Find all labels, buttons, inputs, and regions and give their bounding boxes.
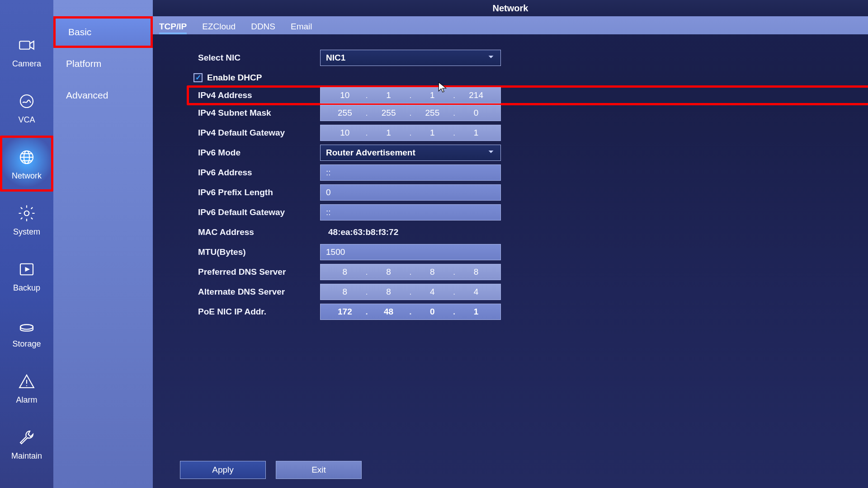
row-ipv6-address: IPv6 Address :: — [198, 163, 841, 183]
sub-nav: Basic Platform Advanced — [53, 0, 153, 488]
checkbox-enable-dhcp[interactable] — [193, 73, 203, 82]
ip-octet: 8 — [379, 287, 399, 297]
ip-octet: 1 — [466, 128, 486, 138]
input-alt-dns[interactable]: 8. 8. 4. 4 — [320, 284, 501, 300]
button-bar: Apply Exit — [180, 461, 362, 479]
label-mac: MAC Address — [198, 227, 320, 237]
tabs: TCP/IP EZCloud DDNS Email — [153, 16, 868, 34]
input-poe-ip[interactable]: 172. 48. 0. 1 — [320, 304, 501, 320]
label-mtu: MTU(Bytes) — [198, 247, 320, 257]
input-ipv4-gw[interactable]: 10. 1. 1. 1 — [320, 125, 501, 141]
label-ipv6-address: IPv6 Address — [198, 168, 320, 178]
input-ipv6-gw[interactable]: :: — [320, 204, 501, 221]
ip-octet: 1 — [422, 128, 442, 138]
ip-octet: 8 — [335, 287, 355, 297]
main-panel: Network TCP/IP EZCloud DDNS Email Select… — [153, 0, 868, 488]
ip-octet: 1 — [466, 307, 486, 317]
button-label: Exit — [311, 465, 326, 475]
sidebar-item-label: Camera — [12, 59, 41, 69]
subnav-label: Platform — [66, 58, 101, 69]
row-ipv4-subnet: IPv4 Subnet Mask 255. 255. 255. 0 — [198, 103, 841, 123]
sidebar-item-storage[interactable]: Storage — [0, 304, 53, 360]
tab-label: TCP/IP — [159, 22, 187, 31]
page-title: Network — [153, 0, 868, 16]
label-ipv4-address: IPv4 Address — [198, 90, 320, 100]
row-ipv6-gw: IPv6 Default Gateway :: — [198, 202, 841, 222]
sidebar-item-label: Maintain — [11, 451, 42, 461]
label-ipv6-mode: IPv6 Mode — [198, 148, 320, 158]
label-ipv6-gw: IPv6 Default Gateway — [198, 207, 320, 217]
sidebar-item-alarm[interactable]: Alarm — [0, 360, 53, 416]
label-ipv4-gw: IPv4 Default Gateway — [198, 128, 320, 138]
ip-octet: 255 — [379, 108, 399, 118]
tab-label: DDNS — [251, 22, 275, 31]
ip-octet: 4 — [466, 287, 486, 297]
label-enable-dhcp: Enable DHCP — [207, 73, 262, 83]
ip-octet: 1 — [379, 90, 399, 100]
ip-octet: 10 — [335, 90, 355, 100]
subnav-item-advanced[interactable]: Advanced — [53, 80, 153, 111]
input-ipv4-address[interactable]: 10. 1. 1. 214 — [320, 87, 501, 103]
row-ipv4-address: IPv4 Address 10. 1. 1. 214 — [187, 85, 868, 105]
gear-icon — [16, 203, 37, 224]
text-value: :: — [326, 168, 331, 178]
select-value: Router Advertisement — [326, 148, 415, 158]
input-pref-dns[interactable]: 8. 8. 8. 8 — [320, 264, 501, 280]
apply-button[interactable]: Apply — [180, 461, 266, 479]
sidebar-item-label: System — [13, 227, 40, 237]
warning-icon — [16, 371, 37, 392]
sidebar-item-network[interactable]: Network — [0, 136, 53, 192]
subnav-item-platform[interactable]: Platform — [53, 48, 153, 80]
svg-point-6 — [20, 324, 33, 329]
exit-button[interactable]: Exit — [276, 461, 362, 479]
ip-octet: 0 — [466, 108, 486, 118]
sidebar-item-vca[interactable]: VCA — [0, 80, 53, 136]
sidebar-item-label: Storage — [12, 339, 41, 349]
select-value: NIC1 — [326, 53, 345, 63]
chevron-down-icon — [487, 53, 495, 63]
tab-ddns[interactable]: DDNS — [251, 22, 275, 34]
play-box-icon — [16, 259, 37, 280]
input-ipv6-prefix[interactable]: 0 — [320, 184, 501, 201]
input-mtu[interactable]: 1500 — [320, 244, 501, 260]
sidebar-item-label: VCA — [18, 115, 35, 125]
sidebar-item-camera[interactable]: Camera — [0, 23, 53, 80]
ip-octet: 8 — [335, 267, 355, 277]
input-ipv4-subnet[interactable]: 255. 255. 255. 0 — [320, 105, 501, 121]
text-value: 0 — [326, 188, 331, 197]
dhcp-area: Enable DHCP — [198, 68, 262, 88]
subnav-label: Basic — [68, 27, 91, 38]
subnav-item-basic[interactable]: Basic — [53, 16, 153, 48]
tab-email[interactable]: Email — [291, 22, 312, 34]
camera-icon — [16, 35, 37, 56]
ip-octet: 1 — [379, 128, 399, 138]
select-ipv6-mode[interactable]: Router Advertisement — [320, 145, 501, 161]
chevron-down-icon — [487, 148, 495, 158]
row-ipv6-prefix: IPv6 Prefix Length 0 — [198, 183, 841, 202]
sidebar-item-label: Alarm — [16, 395, 37, 405]
tab-tcpip[interactable]: TCP/IP — [159, 22, 187, 34]
svg-rect-0 — [19, 41, 30, 49]
sidebar-item-system[interactable]: System — [0, 192, 53, 248]
label-ipv6-prefix: IPv6 Prefix Length — [198, 188, 320, 197]
label-pref-dns: Preferred DNS Server — [198, 267, 320, 277]
ip-octet: 10 — [335, 128, 355, 138]
row-mac: MAC Address 48:ea:63:b8:f3:72 — [198, 222, 841, 242]
select-nic[interactable]: NIC1 — [320, 50, 501, 66]
input-ipv6-address[interactable]: :: — [320, 164, 501, 181]
vca-icon — [16, 91, 37, 112]
svg-point-4 — [24, 211, 29, 216]
sidebar-item-backup[interactable]: Backup — [0, 248, 53, 304]
row-select-nic: Select NIC NIC1 — [198, 48, 841, 68]
text-value: 1500 — [326, 247, 345, 257]
row-pref-dns: Preferred DNS Server 8. 8. 8. 8 — [198, 262, 841, 282]
value-mac: 48:ea:63:b8:f3:72 — [320, 227, 398, 237]
sidebar-item-maintain[interactable]: Maintain — [0, 416, 53, 472]
globe-icon — [16, 147, 37, 168]
row-mtu: MTU(Bytes) 1500 — [198, 242, 841, 262]
ip-octet: 255 — [335, 108, 355, 118]
tab-label: Email — [291, 22, 312, 31]
label-ipv4-subnet: IPv4 Subnet Mask — [198, 108, 320, 118]
button-label: Apply — [212, 465, 234, 475]
tab-ezcloud[interactable]: EZCloud — [202, 22, 236, 34]
